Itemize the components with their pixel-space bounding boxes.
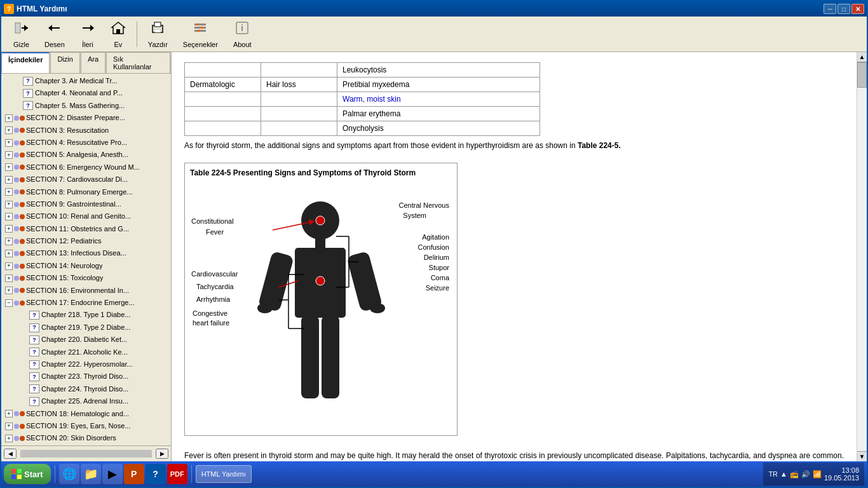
- taskbar-help-icon[interactable]: ?: [146, 464, 166, 484]
- desen-button[interactable]: Desen: [37, 17, 72, 51]
- expand-btn[interactable]: +: [5, 287, 13, 294]
- tree-item[interactable]: +SECTION 4: Resuscitative Pro...: [3, 137, 170, 149]
- scroll-down[interactable]: ▼: [857, 451, 867, 461]
- dot-blue: [14, 239, 19, 244]
- tree-item[interactable]: ?Chapter 223. Thyroid Diso...: [3, 370, 170, 383]
- taskbar-right: TR ▲ 📻 🔊 📶 13:08 19.05.2013: [763, 463, 864, 485]
- tree-item[interactable]: +SECTION 7: Cardiovascular Di...: [3, 173, 170, 186]
- taskbar-powerpoint-icon[interactable]: P: [124, 464, 144, 484]
- tab-sik[interactable]: Sık Kullanılanlar: [106, 52, 170, 73]
- svg-text:i: i: [241, 23, 243, 33]
- tree-item-label: Chapter 4. Neonatal and P...: [35, 88, 123, 98]
- tree-item[interactable]: +SECTION 8: Pulmonary Emerge...: [3, 186, 170, 198]
- scroll-thumb[interactable]: [857, 62, 867, 88]
- expand-btn[interactable]: +: [5, 151, 13, 159]
- expand-btn[interactable]: +: [5, 126, 13, 134]
- tree-item[interactable]: +SECTION 5: Analgesia, Anesth...: [3, 149, 170, 161]
- svg-rect-41: [11, 469, 16, 473]
- svg-point-29: [316, 216, 325, 225]
- tree-item[interactable]: ?Chapter 224. Thyroid Diso...: [3, 383, 170, 395]
- right-content[interactable]: Leukocytosis Dermatologic Hair loss Pret…: [172, 52, 857, 461]
- tree-item[interactable]: +SECTION 11: Obstetrics and G...: [3, 223, 170, 235]
- expand-btn[interactable]: +: [5, 410, 13, 417]
- table-ref: Table 224-5.: [578, 141, 621, 150]
- expand-btn[interactable]: +: [5, 250, 13, 257]
- yazdir-button[interactable]: Yazdır: [141, 17, 175, 51]
- tree-item[interactable]: +SECTION 13: Infectious Disea...: [3, 247, 170, 259]
- tab-dizin[interactable]: Dizin: [50, 52, 79, 73]
- tree-item[interactable]: +SECTION 16: Environmental In...: [3, 285, 170, 297]
- ileri-button[interactable]: İleri: [73, 17, 102, 51]
- dot-red: [20, 214, 25, 219]
- minimize-button[interactable]: ─: [824, 4, 836, 14]
- svg-rect-8: [116, 29, 120, 34]
- tree-item[interactable]: +SECTION 18: Hematologic and...: [3, 408, 170, 420]
- expand-btn[interactable]: +: [5, 188, 13, 196]
- secenekler-button[interactable]: Seçenekler: [176, 17, 225, 51]
- tree-item[interactable]: +SECTION 14: Neurology: [3, 260, 170, 272]
- active-window-button[interactable]: HTML Yardımı: [196, 465, 252, 483]
- right-scrollbar[interactable]: ▲ ▼: [857, 52, 867, 461]
- expand-btn[interactable]: +: [5, 435, 13, 442]
- title-bar-buttons: ─ □ ✕: [824, 4, 864, 14]
- tree-item[interactable]: −SECTION 17: Endocrine Emerge...: [3, 297, 170, 309]
- table-cell: Onycholysis: [337, 121, 540, 136]
- maximize-button[interactable]: □: [837, 4, 850, 14]
- close-button[interactable]: ✕: [851, 4, 864, 14]
- tree-item[interactable]: +SECTION 20: Skin Disorders: [3, 432, 170, 444]
- ev-button[interactable]: Ev: [104, 17, 133, 51]
- expand-btn[interactable]: −: [5, 299, 13, 307]
- expand-btn[interactable]: +: [5, 114, 13, 122]
- taskbar-pdf-icon[interactable]: PDF: [167, 464, 187, 484]
- tree-item-label: SECTION 12: Pediatrics: [26, 236, 102, 246]
- tree-item[interactable]: +SECTION 2: Disaster Prepare...: [3, 112, 170, 124]
- expand-btn[interactable]: +: [5, 225, 13, 233]
- tree-scroll-left[interactable]: ◀: [4, 449, 17, 459]
- expand-btn[interactable]: +: [5, 238, 13, 245]
- tree-item[interactable]: +SECTION 15: Toxicology: [3, 272, 170, 284]
- date-display: 19.05.2013: [824, 474, 859, 482]
- scroll-up[interactable]: ▲: [857, 52, 867, 62]
- dot-red: [20, 116, 25, 121]
- expand-btn[interactable]: +: [5, 213, 13, 220]
- start-label: Start: [24, 470, 43, 479]
- doc-icon: ?: [23, 101, 33, 110]
- about-button[interactable]: i About: [226, 17, 259, 51]
- tree-item[interactable]: ?Chapter 218. Type 1 Diabe...: [3, 309, 170, 321]
- expand-btn[interactable]: +: [5, 201, 13, 208]
- expand-btn[interactable]: +: [5, 423, 13, 430]
- tree-item[interactable]: ?Chapter 219. Type 2 Diabe...: [3, 322, 170, 334]
- tree-item[interactable]: +SECTION 12: Pediatrics: [3, 235, 170, 247]
- taskbar-media-icon[interactable]: ▶: [102, 464, 123, 484]
- tree-item[interactable]: ?Chapter 4. Neonatal and P...: [3, 87, 170, 99]
- tree-item[interactable]: +SECTION 19: Eyes, Ears, Nose...: [3, 420, 170, 432]
- expand-btn[interactable]: +: [5, 176, 13, 184]
- table-row: Dermatologic Hair loss Pretibial myxedem…: [185, 78, 540, 92]
- start-button[interactable]: Start: [4, 464, 51, 484]
- taskbar-folder-icon[interactable]: 📁: [81, 464, 101, 484]
- tree-item-label: Chapter 222. Hyperosmolar...: [41, 360, 133, 369]
- tab-ara[interactable]: Ara: [81, 52, 105, 73]
- tree-item[interactable]: ?Chapter 3. Air Medical Tr...: [3, 75, 170, 87]
- taskbar-ie-icon[interactable]: 🌐: [59, 464, 79, 484]
- dot-blue: [14, 128, 19, 133]
- tree-item[interactable]: ?Chapter 221. Alcoholic Ke...: [3, 346, 170, 358]
- expand-btn[interactable]: +: [5, 274, 13, 282]
- tree-item[interactable]: +SECTION 6: Emergency Wound M...: [3, 161, 170, 173]
- tree-item[interactable]: ?Chapter 225. Adrenal Insu...: [3, 395, 170, 407]
- dot-red: [20, 165, 25, 170]
- tree-item[interactable]: +SECTION 10: Renal and Genito...: [3, 210, 170, 222]
- expand-btn[interactable]: +: [5, 163, 13, 171]
- tree-item[interactable]: +SECTION 3: Resuscitation: [3, 125, 170, 137]
- tree-item-label: SECTION 8: Pulmonary Emerge...: [26, 187, 133, 197]
- expand-btn[interactable]: +: [5, 262, 13, 270]
- tree-item[interactable]: ?Chapter 220. Diabetic Ket...: [3, 334, 170, 346]
- tree-scroll-right[interactable]: ▶: [156, 449, 168, 459]
- tree-item[interactable]: ?Chapter 5. Mass Gathering...: [3, 100, 170, 112]
- svg-point-28: [370, 303, 385, 313]
- tree-item[interactable]: +SECTION 9: Gastrointestinal...: [3, 198, 170, 210]
- gizle-button[interactable]: Gizle: [6, 17, 36, 51]
- tree-item[interactable]: ?Chapter 222. Hyperosmolar...: [3, 358, 170, 370]
- expand-btn[interactable]: +: [5, 139, 13, 147]
- tab-icerik[interactable]: İçindekiler: [1, 52, 50, 73]
